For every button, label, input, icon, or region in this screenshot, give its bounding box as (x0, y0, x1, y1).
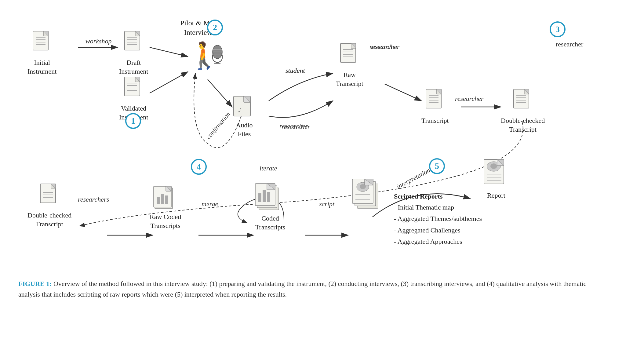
researcher-label-3: researcher (455, 95, 484, 103)
draft-instrument-label: DraftInstrument (119, 58, 148, 76)
raw-transcript: RawTranscript (336, 43, 363, 88)
report-label: Report (487, 191, 505, 200)
scripted-item-4: Aggregated Approaches (394, 236, 482, 247)
audio-files-icon: ♪ (232, 95, 257, 119)
diagram-container: Initial Instrument workshop DraftInstrum… (18, 12, 626, 300)
divider (18, 269, 626, 269)
report: Report (482, 159, 510, 200)
audio-files: ♪ AudioFiles (232, 95, 257, 138)
figure-caption-bold: FIGURE 1: (18, 280, 52, 287)
raw-transcript-icon (339, 43, 360, 69)
coded-transcripts: CodedTranscripts (253, 182, 287, 232)
svg-rect-71 (157, 197, 160, 204)
researcher-label-actual-2: researcher (282, 123, 310, 131)
scripted-reports-title: Scripted Reports (394, 192, 482, 200)
scripted-reports-text: Scripted Reports Initial Thematic map Ag… (394, 192, 482, 247)
coded-transcripts-icon (253, 182, 287, 212)
svg-rect-72 (161, 194, 164, 204)
bottom-section: Double-checkedTranscript researchers Raw… (18, 153, 626, 263)
double-checked-transcript-bottom-icon (39, 183, 60, 209)
iterate-label: iterate (260, 164, 277, 172)
svg-rect-81 (267, 192, 270, 202)
validated-instrument-icon (123, 76, 144, 102)
raw-coded-transcripts: Raw CodedTranscripts (150, 183, 181, 230)
interpretation-label: interpretation (395, 166, 431, 191)
scripted-item-3: Aggregated Challenges (394, 225, 482, 236)
scripted-reports-list: Initial Thematic map Aggregated Themes/s… (394, 202, 482, 247)
coded-transcripts-label: CodedTranscripts (255, 214, 285, 232)
svg-rect-73 (165, 195, 168, 204)
report-icon (482, 159, 510, 189)
confirmation-label: confirmation (205, 110, 232, 141)
scripted-reports-icon (351, 177, 386, 212)
raw-coded-icon (152, 183, 179, 211)
svg-text:♪: ♪ (238, 104, 242, 114)
step-1-circle: 1 (125, 113, 141, 129)
draft-instrument-icon (123, 31, 144, 57)
step-3-researcher-label: researcher (556, 40, 583, 48)
workshop-label: workshop (86, 37, 112, 45)
svg-rect-79 (258, 193, 261, 202)
figure-caption: FIGURE 1: Overview of the method followe… (18, 278, 599, 300)
double-checked-transcript-top: Double-checkedTranscript (501, 89, 545, 134)
transcript-icon (424, 89, 446, 115)
figure-caption-text: Overview of the method followed in this … (18, 280, 586, 298)
microphone-icon (208, 44, 227, 67)
svg-rect-80 (263, 190, 266, 202)
double-checked-transcript-top-label: Double-checkedTranscript (501, 116, 545, 134)
initial-instrument-label: Initial Instrument (27, 58, 56, 76)
researcher-label-actual-1: researcher (371, 43, 400, 51)
audio-files-label: AudioFiles (236, 121, 253, 138)
double-checked-transcript-top-icon (512, 89, 533, 115)
initial-instrument-icon (31, 31, 53, 57)
double-checked-transcript-bottom-label: Double-checkedTranscript (27, 211, 71, 228)
raw-transcript-label: RawTranscript (336, 71, 363, 88)
scripted-reports-icons (351, 177, 386, 212)
step-5-circle: 5 (429, 158, 445, 174)
step-2-circle: 2 (207, 20, 223, 35)
initial-instrument: Initial Instrument (27, 31, 56, 76)
merge-label: merge (202, 200, 218, 208)
scripted-item-1: Initial Thematic map (394, 202, 482, 213)
researchers-label: researchers (78, 195, 109, 203)
script-label: script (319, 200, 334, 208)
raw-coded-transcripts-label: Raw CodedTranscripts (150, 213, 181, 230)
draft-instrument: DraftInstrument (119, 31, 148, 76)
transcript-label: Transcript (421, 116, 449, 125)
transcript: Transcript (421, 89, 449, 125)
scripted-item-2: Aggregated Themes/subthemes (394, 213, 482, 224)
double-checked-transcript-bottom: Double-checkedTranscript (27, 183, 71, 228)
svg-point-96 (490, 163, 497, 169)
step-3-circle: 3 (550, 21, 566, 37)
student-label-actual: student (286, 67, 305, 75)
top-section: Initial Instrument workshop DraftInstrum… (18, 12, 626, 144)
step-4-circle: 4 (191, 159, 207, 175)
